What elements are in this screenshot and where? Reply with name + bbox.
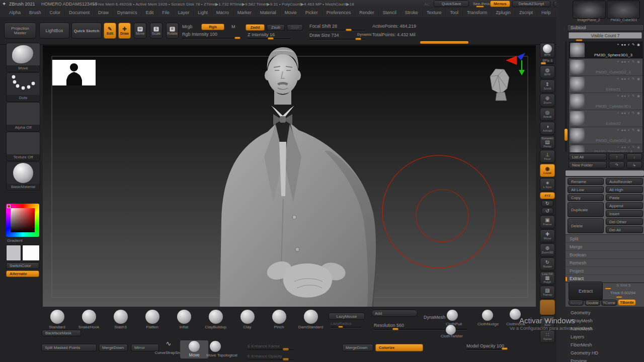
spix-slider[interactable]: SPix 0 [540, 59, 555, 64]
move-button[interactable]: M Move [134, 23, 146, 39]
palette-header[interactable]: FiberMesh [566, 341, 644, 349]
palette-header[interactable]: Layers [566, 333, 644, 341]
switch-color-button[interactable]: SwitchColor [6, 262, 39, 269]
shelf-button[interactable]: ⊕ Zoom3D [540, 243, 555, 256]
main-color-swatch[interactable] [6, 245, 21, 261]
tool-thumb-imageplane[interactable] [573, 1, 606, 19]
append-button[interactable]: Append [606, 202, 643, 209]
shelf-button[interactable]: ↺ [541, 208, 553, 214]
default-zscript-button[interactable]: DefaultZScript [512, 1, 550, 7]
section-header[interactable]: Merge [566, 243, 644, 251]
brush-preset[interactable]: Clay [231, 308, 263, 334]
color-picker-square[interactable] [11, 208, 35, 232]
palette-header[interactable]: Preview [566, 357, 644, 362]
shelf-button[interactable]: Line Fill ▦ PolyF [540, 272, 555, 285]
move-up-button[interactable]: ↑ [609, 153, 624, 160]
shelf-button[interactable]: ▣ Frame [540, 215, 555, 228]
auto-reorder-button[interactable]: AutoReorder [606, 178, 643, 185]
split-masked-points-button[interactable]: Split Masked Points [41, 344, 97, 351]
stroke-selector[interactable]: Dots [6, 72, 40, 102]
brush-preset[interactable]: Inflat [168, 308, 200, 334]
menu-item[interactable]: Texture [423, 10, 446, 16]
subtool-row[interactable]: + ●● ◐ ✎ ◉ Extract2 [569, 110, 642, 127]
draw-button[interactable]: ✚ Draw [118, 23, 131, 39]
all-high-button[interactable]: All High [606, 186, 643, 193]
extract-button[interactable]: Extract [569, 282, 603, 301]
folder-branch-button[interactable]: ↳ [626, 161, 642, 168]
menu-item[interactable]: Preferences [323, 10, 356, 16]
e-enhance-factor-handle[interactable] [283, 348, 289, 350]
accept-button[interactable]: Accept [569, 300, 584, 306]
menu-item[interactable]: Brush [25, 10, 46, 16]
edit-button[interactable]: ✎ Edit [104, 23, 116, 39]
shelf-button[interactable]: ◑ AAHalf [540, 122, 555, 135]
focal-shift-slider[interactable] [309, 30, 365, 31]
subtool-row-icons[interactable]: + ●● ◐ ✎ ◉ [617, 145, 640, 149]
shelf-button[interactable]: ◉ Local [540, 164, 555, 177]
menu-item[interactable]: Document [65, 10, 94, 16]
folder-redo-button[interactable]: ↷ [609, 161, 624, 168]
dynamic-toggle[interactable]: Dynamic [357, 33, 372, 36]
z-intensity-handle[interactable] [268, 37, 274, 40]
subtool-row-icons[interactable]: + ●● ◐ ✎ ◉ [617, 128, 640, 132]
menu-item[interactable]: Alpha [5, 10, 25, 16]
palette-header[interactable]: Geometry HD [566, 349, 644, 357]
shelf-button[interactable]: XYZ [540, 192, 555, 199]
lazy-radius-slider[interactable] [331, 327, 361, 328]
subtool-row-icons[interactable]: + ●● ◐ ✎ ◉ [617, 111, 640, 115]
clothnudge-brush[interactable]: ClothNudge [473, 322, 503, 326]
menu-item[interactable]: Edit [142, 10, 158, 16]
shelf-button[interactable]: ↻ Rotate [540, 257, 555, 270]
subtool-row[interactable]: + ●● ◐ ✎ ◉ PM3D_Cube3D2_6 [569, 127, 642, 144]
quicksave-button[interactable]: QuickSave [434, 1, 469, 7]
brush-preset[interactable]: ClayBuildup [200, 308, 231, 334]
all-low-button[interactable]: All Low [568, 186, 604, 193]
backface-mask-button[interactable]: BackfaceMask [42, 330, 81, 336]
visible-count-slider[interactable]: Visible Count 7 [569, 32, 642, 39]
subtool-scrollbar-handle[interactable] [565, 129, 568, 141]
menu-item[interactable]: File [158, 10, 174, 16]
shelf-button[interactable]: Dynamic ▤ Persp [540, 136, 555, 149]
texture-selector[interactable]: Texture Off [6, 132, 40, 161]
subtool-row-icons[interactable]: + ●● ◐ ✎ ◉ [617, 77, 640, 81]
menu-item[interactable]: Tool [446, 10, 463, 16]
del-all-button[interactable]: Del All [606, 226, 643, 233]
mrgb-button[interactable]: Mrgb [182, 24, 193, 29]
smt-slider-handle[interactable] [605, 288, 611, 290]
subtool-row-icons[interactable]: + ●● ◐ ✎ ◉ [617, 43, 640, 47]
resolution-handle[interactable] [392, 328, 398, 330]
menu-item[interactable]: Light [194, 10, 212, 16]
shelf-button[interactable]: ◎ Actual [540, 108, 555, 121]
copy-button[interactable]: Copy [568, 194, 604, 201]
secondary-color-swatch[interactable] [22, 245, 40, 261]
shelf-button[interactable]: ⊥ Floor [540, 150, 555, 163]
insert-button[interactable]: Insert [606, 210, 643, 217]
menu-item[interactable]: Layer [174, 10, 194, 16]
colorize-button[interactable]: Colorize [375, 344, 423, 351]
menu-item[interactable]: Macro [212, 10, 233, 16]
palette-header[interactable]: ArrayMesh [566, 317, 644, 325]
delete-button[interactable]: Delete [568, 218, 604, 233]
shelf-button[interactable]: ⊕ Zoom [540, 94, 555, 107]
new-folder-button[interactable]: New Folder [569, 161, 607, 168]
tool-thumb-cube[interactable] [607, 1, 640, 19]
tcorner-button[interactable]: TCorne [601, 300, 617, 306]
double-button[interactable]: Double [585, 300, 600, 306]
move-topological-brush[interactable]: Move Topological [206, 353, 237, 357]
subtool-row-icons[interactable]: + ●● ◐ ✎ ◉ [617, 94, 640, 98]
dynamesh-label[interactable]: DynaMesh [424, 315, 445, 320]
document-canvas[interactable] [43, 45, 536, 307]
menu-item[interactable]: Zplugin [492, 10, 516, 16]
brush-preset[interactable]: DamStandard [295, 308, 327, 334]
zadd-button[interactable]: Zadd [246, 24, 265, 31]
active-brush-cell[interactable]: Move [180, 340, 208, 358]
subtool-row[interactable]: + ●● ◐ ✎ ◉ PM3D_Sphere3D1_4 [569, 144, 642, 153]
dynamesh-group-dropdown[interactable]: Add [371, 310, 418, 317]
list-all-button[interactable]: List All [569, 153, 607, 160]
menu-item[interactable]: Picker [301, 10, 323, 16]
rotate-button[interactable]: R Rotate [166, 23, 179, 39]
brush-preset[interactable]: Pinch [263, 308, 295, 334]
subtool-palette-header[interactable]: Subtool [567, 24, 644, 31]
scale-button[interactable]: S Scale [150, 23, 163, 39]
lightbox-button[interactable]: LightBox [39, 23, 69, 39]
